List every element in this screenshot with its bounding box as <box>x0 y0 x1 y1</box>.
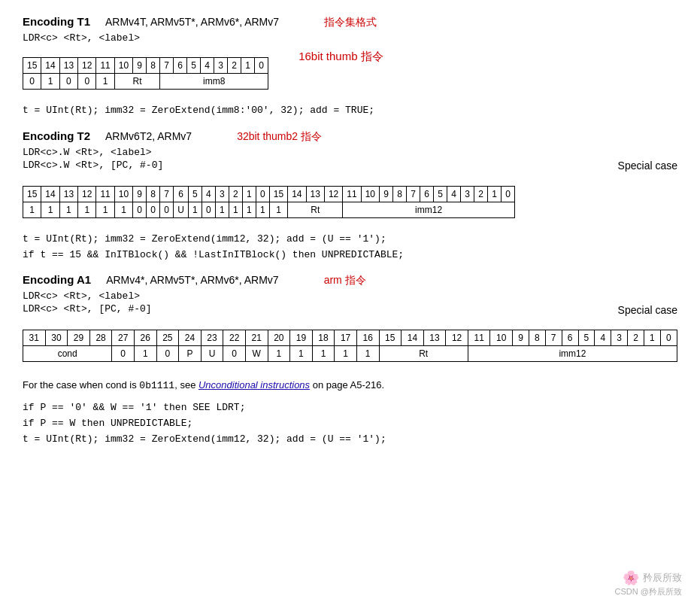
t1-header-row: 15 14 13 12 11 10 9 8 7 6 5 4 3 2 1 0 <box>23 58 268 74</box>
encoding-t1-note: 16bit thumb 指令 <box>298 50 383 64</box>
t1-h2: 2 <box>228 58 241 74</box>
encoding-t2-special: Special case <box>618 160 677 172</box>
encoding-a1-asm2: LDR<c> <Rt>, [PC, #-0] <box>23 303 152 315</box>
watermark-line1: 矜辰所致 <box>643 571 682 585</box>
encoding-t1-header: Encoding T1 ARMv4T, ARMv5T*, ARMv6*, ARM… <box>23 15 677 29</box>
t1-d15: 0 <box>23 74 41 90</box>
t1-h14: 14 <box>41 58 59 74</box>
encoding-t2-pseudo: t = UInt(Rt); imm32 = ZeroExtend(imm12, … <box>23 232 677 263</box>
a1-data-row: cond 010 PU0W1 1111 Rt imm12 <box>23 346 677 362</box>
encoding-a1-pseudo: if P == '0' && W == '1' then SEE LDRT; i… <box>23 400 677 447</box>
t2-rt: Rt <box>288 202 343 217</box>
encoding-a1-arch: ARMv4*, ARMv5T*, ARMv6*, ARMv7 <box>106 274 279 286</box>
encoding-a1-asm1: LDR<c> <Rt>, <label> <box>23 290 677 302</box>
t1-h0: 0 <box>255 58 268 74</box>
watermark-line2: CSDN @矜辰所致 <box>615 586 682 597</box>
note-cond: 0b1111 <box>139 380 174 391</box>
t1-h1: 1 <box>241 58 255 74</box>
encoding-t2-section: Encoding T2 ARMv6T2, ARMv7 32bit thumb2 … <box>23 129 677 263</box>
encoding-t2-label: 32bit thumb2 指令 <box>237 130 322 144</box>
encoding-a1-section: Encoding A1 ARMv4*, ARMv5T*, ARMv6*, ARM… <box>23 273 677 447</box>
t1-h4: 4 <box>201 58 214 74</box>
t1-h13: 13 <box>59 58 77 74</box>
encoding-t2-asm1: LDR<c>.W <Rt>, <label> <box>23 147 677 158</box>
a1-header-row: 31302928 272625 2423222120 19181716 1514… <box>23 330 677 346</box>
watermark-icon: 🌸 <box>623 570 639 586</box>
t1-d11: 1 <box>96 74 114 90</box>
t1-h11: 11 <box>96 58 114 74</box>
t2-imm12: imm12 <box>343 202 515 217</box>
note-prefix: For the case when cond is <box>23 379 139 391</box>
t1-h5: 5 <box>187 58 201 74</box>
t1-h15: 15 <box>23 58 41 74</box>
encoding-a1-table: 31302928 272625 2423222120 19181716 1514… <box>23 330 677 362</box>
t1-h6: 6 <box>174 58 187 74</box>
t1-h9: 9 <box>133 58 147 74</box>
t1-rt: Rt <box>114 74 159 90</box>
t2-data-row: 1111 1100 0U10 1111 1 Rt imm12 <box>23 202 515 217</box>
encoding-t2-table: 15141312 111098 7654 3210 15141312 11109… <box>23 186 515 218</box>
t1-h10: 10 <box>114 58 132 74</box>
a1-imm12: imm12 <box>468 346 677 362</box>
note-page: on page A5-216. <box>310 379 384 391</box>
encoding-a1-special: Special case <box>618 304 677 316</box>
t1-d14: 1 <box>41 74 59 90</box>
encoding-t1-label: 指令集格式 <box>324 16 377 29</box>
t1-d12: 0 <box>78 74 96 90</box>
encoding-t1-table: 15 14 13 12 11 10 9 8 7 6 5 4 3 2 1 0 0 … <box>23 57 268 90</box>
encoding-t2-asm2: LDR<c>.W <Rt>, [PC, #-0] <box>23 160 163 171</box>
t1-h7: 7 <box>160 58 174 74</box>
t1-h8: 8 <box>147 58 160 74</box>
encoding-t1-arch: ARMv4T, ARMv5T*, ARMv6*, ARMv7 <box>105 16 279 28</box>
encoding-a1-header: Encoding A1 ARMv4*, ARMv5T*, ARMv6*, ARM… <box>23 273 677 287</box>
encoding-t1-title: Encoding T1 <box>23 15 90 28</box>
encoding-t2-title: Encoding T2 <box>23 129 90 142</box>
t1-data-row: 0 1 0 0 1 Rt imm8 <box>23 74 268 90</box>
encoding-a1-note: For the case when cond is 0b1111, see Un… <box>23 377 677 394</box>
encoding-a1-title: Encoding A1 <box>23 273 91 286</box>
encoding-t1-section: Encoding T1 ARMv4T, ARMv5T*, ARMv6*, ARM… <box>23 15 677 119</box>
encoding-t2-arch: ARMv6T2, ARMv7 <box>105 130 192 142</box>
watermark: 🌸 矜辰所致 CSDN @矜辰所致 <box>615 570 682 597</box>
t1-h12: 12 <box>78 58 96 74</box>
a1-cond: cond <box>23 346 112 362</box>
encoding-t2-header: Encoding T2 ARMv6T2, ARMv7 32bit thumb2 … <box>23 129 677 144</box>
encoding-a1-label: arm 指令 <box>324 274 366 287</box>
t1-d13: 0 <box>59 74 77 90</box>
a1-rt: Rt <box>379 346 468 362</box>
t2-header-row-left: 15141312 111098 7654 3210 15141312 11109… <box>23 186 515 202</box>
encoding-t1-pseudo: t = UInt(Rt); imm32 = ZeroExtend(imm8:'0… <box>23 103 677 119</box>
note-link[interactable]: Unconditional instructions <box>198 379 310 391</box>
encoding-t1-asm1: LDR<c> <Rt>, <label> <box>23 32 677 44</box>
t1-h3: 3 <box>214 58 228 74</box>
t1-imm8: imm8 <box>160 74 268 90</box>
note-suffix: , see <box>174 379 198 391</box>
